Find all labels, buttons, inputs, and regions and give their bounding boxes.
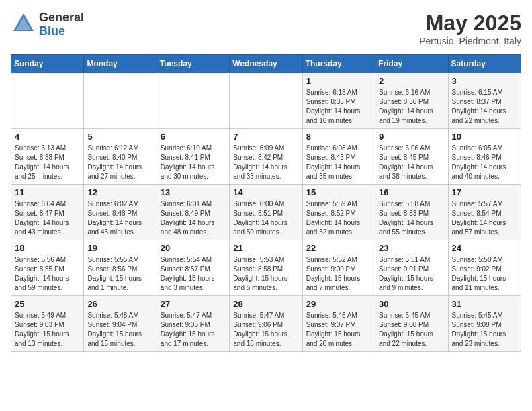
day-number: 7 — [233, 132, 298, 142]
title-area: May 2025 Pertusio, Piedmont, Italy — [419, 11, 521, 46]
calendar-cell: 30Sunrise: 5:45 AM Sunset: 9:08 PM Dayli… — [375, 296, 448, 352]
day-number: 3 — [452, 76, 517, 86]
day-number: 2 — [379, 76, 444, 86]
calendar-cell: 18Sunrise: 5:56 AM Sunset: 8:55 PM Dayli… — [11, 240, 84, 296]
day-number: 15 — [306, 187, 371, 197]
calendar-cell: 7Sunrise: 6:09 AM Sunset: 8:42 PM Daylig… — [230, 129, 302, 185]
calendar-week-5: 25Sunrise: 5:49 AM Sunset: 9:03 PM Dayli… — [11, 296, 521, 352]
day-info: Sunrise: 6:06 AM Sunset: 8:45 PM Dayligh… — [379, 144, 444, 181]
calendar-cell: 23Sunrise: 5:51 AM Sunset: 9:01 PM Dayli… — [375, 240, 448, 296]
weekday-header-thursday: Thursday — [302, 55, 375, 73]
calendar-cell: 19Sunrise: 5:55 AM Sunset: 8:56 PM Dayli… — [84, 240, 157, 296]
day-number: 10 — [452, 132, 517, 142]
day-number: 19 — [87, 243, 152, 253]
calendar-week-3: 11Sunrise: 6:04 AM Sunset: 8:47 PM Dayli… — [11, 185, 521, 240]
weekday-header-wednesday: Wednesday — [230, 55, 302, 73]
weekday-header-friday: Friday — [375, 55, 448, 73]
day-info: Sunrise: 5:45 AM Sunset: 9:08 PM Dayligh… — [379, 311, 444, 349]
calendar-week-2: 4Sunrise: 6:13 AM Sunset: 8:38 PM Daylig… — [11, 129, 521, 185]
calendar-cell — [84, 73, 157, 129]
day-info: Sunrise: 5:54 AM Sunset: 8:57 PM Dayligh… — [161, 255, 226, 293]
day-number: 31 — [452, 299, 517, 309]
day-info: Sunrise: 6:01 AM Sunset: 8:49 PM Dayligh… — [161, 199, 226, 237]
weekday-header-sunday: Sunday — [11, 55, 84, 73]
day-number: 6 — [161, 132, 226, 142]
day-info: Sunrise: 5:47 AM Sunset: 9:05 PM Dayligh… — [161, 311, 226, 349]
day-info: Sunrise: 6:02 AM Sunset: 8:48 PM Dayligh… — [87, 199, 152, 237]
day-number: 18 — [15, 243, 80, 253]
calendar-cell: 5Sunrise: 6:12 AM Sunset: 8:40 PM Daylig… — [84, 129, 157, 185]
calendar-cell — [157, 73, 229, 129]
calendar-cell: 3Sunrise: 6:15 AM Sunset: 8:37 PM Daylig… — [448, 73, 521, 129]
day-number: 1 — [306, 76, 371, 86]
day-info: Sunrise: 5:57 AM Sunset: 8:54 PM Dayligh… — [452, 199, 517, 237]
calendar-cell: 8Sunrise: 6:08 AM Sunset: 8:43 PM Daylig… — [302, 129, 375, 185]
calendar-cell: 6Sunrise: 6:10 AM Sunset: 8:41 PM Daylig… — [157, 129, 229, 185]
logo-text: General Blue — [39, 11, 84, 38]
day-number: 24 — [452, 243, 517, 253]
calendar-cell: 4Sunrise: 6:13 AM Sunset: 8:38 PM Daylig… — [11, 129, 84, 185]
day-number: 20 — [161, 243, 226, 253]
day-info: Sunrise: 6:12 AM Sunset: 8:40 PM Dayligh… — [87, 144, 152, 181]
logo-blue-text: Blue — [39, 25, 84, 38]
day-info: Sunrise: 5:45 AM Sunset: 9:08 PM Dayligh… — [452, 311, 517, 349]
day-number: 17 — [452, 187, 517, 197]
calendar-cell: 22Sunrise: 5:52 AM Sunset: 9:00 PM Dayli… — [302, 240, 375, 296]
day-number: 9 — [379, 132, 444, 142]
day-number: 12 — [87, 187, 152, 197]
day-info: Sunrise: 5:52 AM Sunset: 9:00 PM Dayligh… — [306, 255, 371, 293]
calendar-table: SundayMondayTuesdayWednesdayThursdayFrid… — [11, 54, 521, 352]
calendar-cell: 10Sunrise: 6:05 AM Sunset: 8:46 PM Dayli… — [448, 129, 521, 185]
logo-icon — [11, 11, 36, 36]
calendar-cell — [11, 73, 84, 129]
day-number: 5 — [87, 132, 152, 142]
day-info: Sunrise: 6:13 AM Sunset: 8:38 PM Dayligh… — [15, 144, 80, 181]
calendar-cell: 14Sunrise: 6:00 AM Sunset: 8:51 PM Dayli… — [230, 185, 302, 240]
day-info: Sunrise: 5:59 AM Sunset: 8:52 PM Dayligh… — [306, 199, 371, 237]
calendar-cell: 16Sunrise: 5:58 AM Sunset: 8:53 PM Dayli… — [375, 185, 448, 240]
day-info: Sunrise: 6:08 AM Sunset: 8:43 PM Dayligh… — [306, 144, 371, 181]
day-number: 21 — [233, 243, 298, 253]
calendar-cell: 28Sunrise: 5:47 AM Sunset: 9:06 PM Dayli… — [230, 296, 302, 352]
day-info: Sunrise: 5:47 AM Sunset: 9:06 PM Dayligh… — [233, 311, 298, 349]
calendar-cell: 1Sunrise: 6:18 AM Sunset: 8:35 PM Daylig… — [302, 73, 375, 129]
day-number: 29 — [306, 299, 371, 309]
day-number: 23 — [379, 243, 444, 253]
day-number: 26 — [87, 299, 152, 309]
day-info: Sunrise: 6:09 AM Sunset: 8:42 PM Dayligh… — [233, 144, 298, 181]
calendar-cell: 21Sunrise: 5:53 AM Sunset: 8:58 PM Dayli… — [230, 240, 302, 296]
calendar-cell: 24Sunrise: 5:50 AM Sunset: 9:02 PM Dayli… — [448, 240, 521, 296]
calendar-cell: 27Sunrise: 5:47 AM Sunset: 9:05 PM Dayli… — [157, 296, 229, 352]
day-number: 27 — [161, 299, 226, 309]
calendar-week-1: 1Sunrise: 6:18 AM Sunset: 8:35 PM Daylig… — [11, 73, 521, 129]
calendar-cell: 17Sunrise: 5:57 AM Sunset: 8:54 PM Dayli… — [448, 185, 521, 240]
calendar-cell: 2Sunrise: 6:16 AM Sunset: 8:36 PM Daylig… — [375, 73, 448, 129]
calendar-cell: 20Sunrise: 5:54 AM Sunset: 8:57 PM Dayli… — [157, 240, 229, 296]
month-title: May 2025 — [419, 11, 521, 36]
weekday-header-monday: Monday — [84, 55, 157, 73]
day-number: 13 — [161, 187, 226, 197]
day-info: Sunrise: 6:05 AM Sunset: 8:46 PM Dayligh… — [452, 144, 517, 181]
day-info: Sunrise: 6:15 AM Sunset: 8:37 PM Dayligh… — [452, 88, 517, 126]
calendar-cell: 29Sunrise: 5:46 AM Sunset: 9:07 PM Dayli… — [302, 296, 375, 352]
day-info: Sunrise: 5:56 AM Sunset: 8:55 PM Dayligh… — [15, 255, 80, 293]
day-info: Sunrise: 5:53 AM Sunset: 8:58 PM Dayligh… — [233, 255, 298, 293]
day-info: Sunrise: 5:46 AM Sunset: 9:07 PM Dayligh… — [306, 311, 371, 349]
day-number: 8 — [306, 132, 371, 142]
day-number: 30 — [379, 299, 444, 309]
day-info: Sunrise: 6:16 AM Sunset: 8:36 PM Dayligh… — [379, 88, 444, 126]
weekday-header-saturday: Saturday — [448, 55, 521, 73]
logo: General Blue — [11, 11, 84, 39]
day-number: 11 — [15, 187, 80, 197]
calendar-cell: 13Sunrise: 6:01 AM Sunset: 8:49 PM Dayli… — [157, 185, 229, 240]
calendar-cell: 26Sunrise: 5:48 AM Sunset: 9:04 PM Dayli… — [84, 296, 157, 352]
day-info: Sunrise: 6:04 AM Sunset: 8:47 PM Dayligh… — [15, 199, 80, 237]
day-info: Sunrise: 5:58 AM Sunset: 8:53 PM Dayligh… — [379, 199, 444, 237]
weekday-header-tuesday: Tuesday — [157, 55, 229, 73]
calendar-week-4: 18Sunrise: 5:56 AM Sunset: 8:55 PM Dayli… — [11, 240, 521, 296]
day-number: 28 — [233, 299, 298, 309]
day-info: Sunrise: 5:48 AM Sunset: 9:04 PM Dayligh… — [87, 311, 152, 349]
day-number: 4 — [15, 132, 80, 142]
day-number: 25 — [15, 299, 80, 309]
day-info: Sunrise: 6:18 AM Sunset: 8:35 PM Dayligh… — [306, 88, 371, 126]
